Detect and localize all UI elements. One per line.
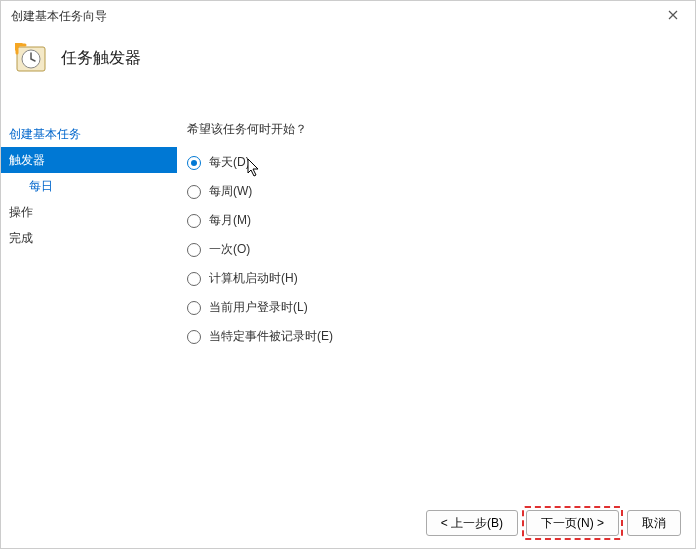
radio-option-logon[interactable]: 当前用户登录时(L) — [187, 299, 695, 316]
titlebar: 创建基本任务向导 — [1, 1, 695, 31]
radio-label: 计算机启动时(H) — [209, 270, 298, 287]
content-area: 创建基本任务 触发器 每日 操作 完成 希望该任务何时开始？ 每天(D) 每周(… — [1, 86, 695, 498]
radio-button — [187, 156, 201, 170]
next-button[interactable]: 下一页(N) > — [526, 510, 619, 536]
page-title: 任务触发器 — [61, 48, 141, 69]
radio-label: 每天(D) — [209, 154, 250, 171]
cancel-button[interactable]: 取消 — [627, 510, 681, 536]
close-icon — [668, 9, 678, 23]
clock-icon — [15, 43, 47, 75]
trigger-radio-group: 每天(D) 每周(W) 每月(M) 一次(O) 计算机启动时(H) — [187, 154, 695, 345]
radio-label: 每周(W) — [209, 183, 252, 200]
window-title: 创建基本任务向导 — [11, 8, 107, 25]
wizard-header: 任务触发器 — [1, 31, 695, 86]
back-button[interactable]: < 上一步(B) — [426, 510, 518, 536]
main-panel: 希望该任务何时开始？ 每天(D) 每周(W) 每月(M) 一次(O) — [177, 86, 695, 498]
radio-option-monthly[interactable]: 每月(M) — [187, 212, 695, 229]
radio-button — [187, 185, 201, 199]
radio-option-weekly[interactable]: 每周(W) — [187, 183, 695, 200]
radio-option-once[interactable]: 一次(O) — [187, 241, 695, 258]
sidebar-item-daily[interactable]: 每日 — [1, 173, 177, 199]
wizard-sidebar: 创建基本任务 触发器 每日 操作 完成 — [1, 86, 177, 498]
radio-button — [187, 272, 201, 286]
radio-button — [187, 330, 201, 344]
sidebar-item-finish: 完成 — [1, 225, 177, 251]
sidebar-item-action: 操作 — [1, 199, 177, 225]
close-button[interactable] — [661, 4, 685, 28]
radio-option-startup[interactable]: 计算机启动时(H) — [187, 270, 695, 287]
sidebar-item-trigger[interactable]: 触发器 — [1, 147, 177, 173]
radio-button — [187, 301, 201, 315]
trigger-prompt: 希望该任务何时开始？ — [187, 121, 695, 138]
radio-option-daily[interactable]: 每天(D) — [187, 154, 695, 171]
radio-label: 每月(M) — [209, 212, 251, 229]
wizard-footer: < 上一步(B) 下一页(N) > 取消 — [1, 498, 695, 548]
radio-button — [187, 243, 201, 257]
sidebar-item-create-task[interactable]: 创建基本任务 — [1, 121, 177, 147]
radio-label: 当特定事件被记录时(E) — [209, 328, 333, 345]
radio-label: 当前用户登录时(L) — [209, 299, 308, 316]
radio-button — [187, 214, 201, 228]
radio-label: 一次(O) — [209, 241, 250, 258]
radio-option-event[interactable]: 当特定事件被记录时(E) — [187, 328, 695, 345]
